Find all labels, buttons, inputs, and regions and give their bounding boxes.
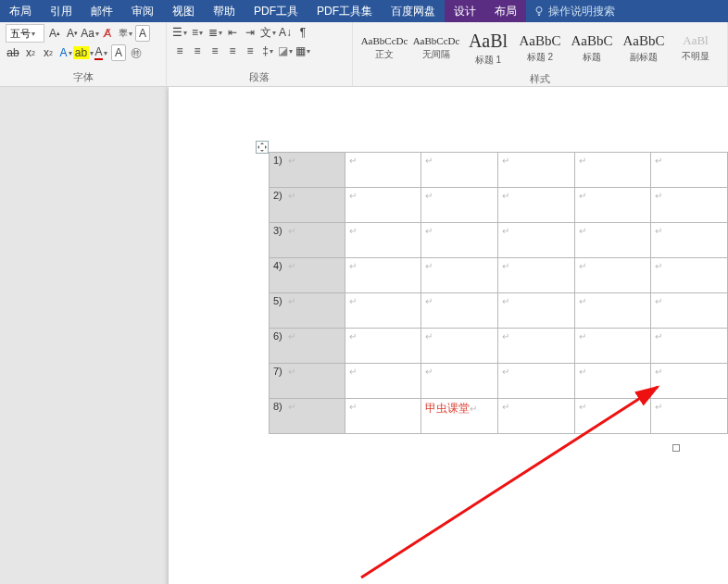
align-distribute-button[interactable]: ≡	[243, 43, 257, 59]
font-size-select[interactable]: 五号▾	[6, 24, 44, 43]
table-cell[interactable]: ↵	[498, 258, 575, 293]
table-row[interactable]: 2)↵↵↵↵↵↵↵	[270, 188, 728, 223]
style-item-1[interactable]: AaBbCcDc无间隔	[410, 24, 462, 72]
tab-pdf-toolset[interactable]: PDF工具集	[308, 0, 382, 22]
table-cell[interactable]: 4)↵	[270, 258, 345, 293]
table-cell[interactable]: ↵↵	[651, 223, 728, 258]
font-color-button[interactable]: A▾	[94, 44, 108, 61]
table-cell[interactable]: 甲虫课堂↵	[421, 399, 498, 434]
table-cell[interactable]: ↵	[574, 188, 651, 223]
shading-button[interactable]: ◪▾	[278, 43, 293, 59]
table-cell[interactable]: ↵	[421, 188, 498, 223]
table-row[interactable]: 3)↵↵↵↵↵↵↵	[270, 223, 728, 258]
indent-right-button[interactable]: ⇥	[243, 24, 257, 41]
char-border-button[interactable]: A	[135, 25, 150, 42]
align-center-button[interactable]: ≡	[190, 43, 205, 59]
table-cell[interactable]: 5)↵	[270, 293, 345, 329]
highlight-button[interactable]: ab▾	[76, 44, 91, 61]
table-cell[interactable]: ↵	[498, 329, 575, 364]
table-cell[interactable]: ↵	[574, 364, 651, 399]
tab-references[interactable]: 引用	[41, 0, 82, 22]
shrink-font-button[interactable]: A▾	[65, 25, 80, 42]
table-cell[interactable]: 2)↵	[270, 188, 345, 223]
char-shading-button[interactable]: A	[111, 44, 126, 61]
grow-font-button[interactable]: A▴	[47, 25, 62, 42]
tab-table-design[interactable]: 设计	[445, 0, 485, 22]
table-cell[interactable]: ↵	[421, 223, 498, 258]
table-cell[interactable]: 1)↵	[270, 153, 345, 188]
line-spacing-button[interactable]: ‡▾	[260, 43, 275, 59]
table-cell[interactable]: ↵	[345, 223, 421, 258]
table-cell[interactable]: ↵↵	[651, 329, 728, 364]
tab-baidu[interactable]: 百度网盘	[382, 0, 445, 22]
table-cell[interactable]: ↵	[421, 258, 498, 293]
tell-me-search[interactable]: 操作说明搜索	[526, 4, 622, 19]
table-cell[interactable]: ↵	[421, 153, 498, 188]
table-cell[interactable]: ↵	[498, 293, 575, 329]
superscript-button[interactable]: x2	[41, 44, 56, 61]
table-cell[interactable]: ↵	[345, 399, 421, 434]
show-marks-button[interactable]: ¶	[295, 24, 310, 41]
table-cell[interactable]: 3)↵	[270, 223, 345, 258]
table-cell[interactable]: ↵	[498, 153, 575, 188]
table-cell[interactable]: ↵↵	[651, 153, 728, 188]
strikethrough-button[interactable]: ab	[6, 44, 20, 61]
enclose-char-button[interactable]: ㊕	[129, 44, 144, 61]
table-resize-handle[interactable]	[672, 444, 680, 452]
tab-layout[interactable]: 布局	[0, 0, 41, 22]
table-cell[interactable]: ↵	[574, 223, 651, 258]
sort-button[interactable]: A↓	[278, 24, 293, 41]
table-cell[interactable]: ↵	[421, 293, 498, 329]
table-cell[interactable]: ↵	[345, 329, 421, 364]
table-row[interactable]: 5)↵↵↵↵↵↵↵	[270, 293, 728, 329]
table-cell[interactable]: 7)↵	[270, 364, 345, 399]
change-case-button[interactable]: Aa▾	[82, 25, 97, 42]
table-cell[interactable]: ↵	[345, 293, 421, 329]
multilevel-button[interactable]: ≣▾	[207, 24, 222, 41]
table-cell[interactable]: ↵	[498, 223, 575, 258]
table-row[interactable]: 6)↵↵↵↵↵↵↵	[270, 329, 728, 364]
table-cell[interactable]: ↵	[574, 153, 651, 188]
bullets-button[interactable]: ☰▾	[172, 24, 187, 41]
tab-view[interactable]: 视图	[163, 0, 204, 22]
subscript-button[interactable]: x2	[23, 44, 38, 61]
indent-left-button[interactable]: ⇤	[225, 24, 240, 41]
align-left-button[interactable]: ≡	[172, 43, 187, 59]
table-cell[interactable]: ↵	[574, 329, 651, 364]
table-cell[interactable]: ↵↵	[651, 293, 728, 329]
table-cell[interactable]: ↵	[574, 399, 651, 434]
style-item-4[interactable]: AaBbC标题	[566, 24, 618, 72]
table-cell[interactable]: ↵	[498, 188, 575, 223]
table-cell[interactable]: ↵↵	[651, 399, 728, 434]
align-justify-button[interactable]: ≡	[225, 43, 240, 59]
table-cell[interactable]: ↵	[345, 188, 421, 223]
tab-table-layout[interactable]: 布局	[485, 0, 526, 22]
table-cell[interactable]: ↵	[498, 399, 575, 434]
borders-button[interactable]: ▦▾	[295, 43, 310, 59]
table-cell[interactable]: ↵↵	[651, 364, 728, 399]
document-table[interactable]: 1)↵↵↵↵↵↵↵2)↵↵↵↵↵↵↵3)↵↵↵↵↵↵↵4)↵↵↵↵↵↵↵5)↵↵…	[269, 152, 728, 434]
table-cell[interactable]: ↵	[421, 329, 498, 364]
table-row[interactable]: 8)↵↵甲虫课堂↵↵↵↵↵	[270, 399, 728, 434]
table-row[interactable]: 4)↵↵↵↵↵↵↵	[270, 258, 728, 293]
style-item-3[interactable]: AaBbC标题 2	[514, 24, 566, 72]
tab-mailings[interactable]: 邮件	[82, 0, 122, 22]
style-item-5[interactable]: AaBbC副标题	[618, 24, 670, 72]
phonetic-button[interactable]: 睾▾	[118, 25, 132, 42]
table-cell[interactable]: ↵	[345, 364, 421, 399]
asian-layout-button[interactable]: 文▾	[260, 24, 275, 41]
table-cell[interactable]: ↵	[345, 153, 421, 188]
table-cell[interactable]: 8)↵	[270, 399, 345, 434]
table-cell[interactable]: ↵↵	[651, 258, 728, 293]
table-row[interactable]: 1)↵↵↵↵↵↵↵	[270, 153, 728, 188]
tab-pdf-tools[interactable]: PDF工具	[245, 0, 308, 22]
table-cell[interactable]: ↵	[421, 364, 498, 399]
table-cell[interactable]: ↵↵	[651, 188, 728, 223]
style-item-0[interactable]: AaBbCcDc正文	[358, 24, 410, 72]
table-cell[interactable]: ↵	[574, 258, 651, 293]
table-row[interactable]: 7)↵↵↵↵↵↵↵	[270, 364, 728, 399]
table-cell[interactable]: ↵	[345, 258, 421, 293]
style-item-6[interactable]: AaBl不明显	[670, 24, 722, 72]
table-cell[interactable]: ↵	[498, 364, 575, 399]
table-move-handle[interactable]	[256, 141, 269, 154]
